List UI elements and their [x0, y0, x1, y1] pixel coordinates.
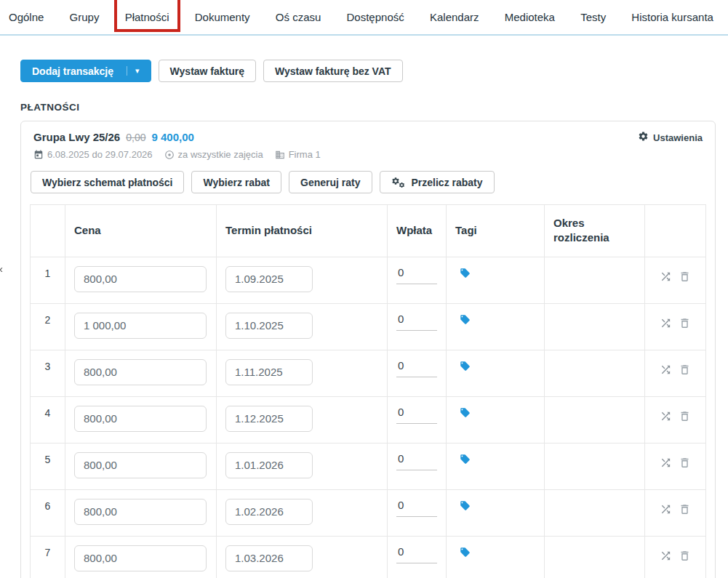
chevron-down-icon: ▾ [127, 66, 140, 76]
tag-icon[interactable] [460, 407, 471, 421]
shuffle-icon[interactable] [660, 503, 672, 515]
billing-period-cell [545, 536, 645, 578]
paid-amount-input[interactable] [396, 499, 437, 517]
paid-amount-input[interactable] [396, 452, 437, 470]
trash-icon[interactable] [679, 364, 691, 376]
price-input[interactable] [74, 545, 207, 571]
old-amount: 0,00 [126, 132, 145, 143]
trash-icon[interactable] [679, 317, 691, 329]
recalculate-discounts-button[interactable]: Przelicz rabaty [380, 171, 495, 193]
due-date-input[interactable] [225, 313, 313, 339]
price-input[interactable] [74, 452, 207, 478]
payment-row: 2 [31, 303, 706, 350]
shuffle-icon[interactable] [660, 364, 672, 376]
tab-historia-kursanta[interactable]: Historia kursanta [630, 8, 715, 26]
row-number: 7 [31, 536, 65, 578]
gears-icon [391, 177, 406, 188]
due-date-input[interactable] [225, 266, 313, 292]
col-number [31, 205, 65, 257]
paid-amount-input[interactable] [396, 266, 437, 284]
tag-icon[interactable] [460, 268, 471, 281]
row-number: 3 [31, 350, 65, 396]
tab-grupy[interactable]: Grupy [68, 8, 101, 26]
group-card-header: Grupa Lwy 25/26 0,00 9 400,00 Ustawienia [30, 131, 706, 144]
due-date-input[interactable] [225, 499, 313, 525]
due-date-input[interactable] [225, 406, 313, 432]
tab-dostepnosc[interactable]: Dostępność [345, 8, 406, 26]
due-date-input[interactable] [225, 545, 313, 571]
group-meta: 6.08.2025 do 29.07.2026 za wszystkie zaj… [30, 149, 706, 160]
row-number: 6 [31, 489, 65, 536]
building-icon [275, 150, 285, 160]
paid-amount-input[interactable] [396, 545, 437, 563]
tab-platnosci[interactable]: Płatności [124, 8, 171, 26]
col-price: Cena [65, 205, 217, 257]
trash-icon[interactable] [679, 410, 691, 422]
group-card: Grupa Lwy 25/26 0,00 9 400,00 Ustawienia… [20, 121, 716, 578]
add-transaction-button[interactable]: Dodaj transakcję ▾ [20, 60, 151, 82]
group-title: Grupa Lwy 25/26 [33, 131, 120, 143]
issue-invoice-button[interactable]: Wystaw fakturę [159, 60, 256, 82]
tab-kalendarz[interactable]: Kalendarz [428, 8, 481, 26]
col-paid: Wpłata [388, 205, 447, 257]
paid-amount-input[interactable] [396, 406, 437, 424]
generate-installments-button[interactable]: Generuj raty [289, 171, 372, 193]
toolbar: Dodaj transakcję ▾ Wystaw fakturę Wystaw… [20, 60, 716, 82]
date-range: 6.08.2025 do 29.07.2026 [33, 149, 153, 160]
shuffle-icon[interactable] [660, 270, 672, 283]
price-input[interactable] [74, 406, 207, 432]
tag-icon[interactable] [460, 314, 471, 328]
trash-icon[interactable] [679, 550, 691, 562]
price-input[interactable] [74, 359, 207, 385]
tab-os-czasu[interactable]: Oś czasu [274, 8, 323, 26]
choose-discount-button[interactable]: Wybierz rabat [191, 171, 281, 193]
tag-icon[interactable] [460, 361, 471, 374]
issue-invoice-no-vat-button[interactable]: Wystaw fakturę bez VAT [263, 60, 402, 82]
billing-period-cell [545, 489, 645, 536]
choose-payment-scheme-button[interactable]: Wybierz schemat płatności [31, 171, 184, 193]
price-input[interactable] [74, 499, 207, 525]
payment-row: 4 [31, 396, 706, 443]
gear-icon [638, 131, 649, 144]
sidebar-collapse-handle[interactable]: ‹ [0, 263, 3, 274]
billing-period-cell [545, 257, 645, 303]
row-number: 1 [31, 257, 65, 303]
trash-icon[interactable] [679, 270, 691, 283]
tab-dokumenty[interactable]: Dokumenty [193, 8, 252, 26]
trash-icon[interactable] [679, 457, 691, 469]
shuffle-icon[interactable] [660, 550, 672, 562]
tag-icon[interactable] [460, 500, 471, 514]
col-actions [645, 205, 706, 257]
payments-table: Cena Termin płatności Wpłata Tagi Okres … [30, 204, 706, 578]
section-title: PŁATNOŚCI [20, 102, 716, 113]
payment-row: 3 [31, 350, 706, 396]
tab-testy[interactable]: Testy [579, 8, 607, 26]
shuffle-icon[interactable] [660, 457, 672, 469]
shuffle-icon[interactable] [660, 317, 672, 329]
settings-button[interactable]: Ustawienia [638, 131, 703, 144]
due-date-input[interactable] [225, 359, 313, 385]
shuffle-icon[interactable] [660, 410, 672, 422]
payment-row: 1 [31, 257, 706, 303]
tab-medioteka[interactable]: Medioteka [503, 8, 556, 26]
payment-row: 5 [31, 443, 706, 489]
tab-ogolne[interactable]: Ogólne [7, 8, 45, 26]
tag-icon[interactable] [460, 454, 471, 467]
add-transaction-label: Dodaj transakcję [32, 65, 113, 77]
billing-period-cell [545, 443, 645, 489]
paid-amount-input[interactable] [396, 313, 437, 331]
paid-amount-input[interactable] [396, 359, 437, 377]
price-input[interactable] [74, 313, 207, 339]
company: Firma 1 [275, 149, 321, 160]
trash-icon[interactable] [679, 503, 691, 515]
due-date-input[interactable] [225, 452, 313, 478]
billing-period-cell [545, 396, 645, 443]
payment-row: 7 [31, 536, 706, 578]
total-amount: 9 400,00 [151, 131, 193, 143]
tag-icon[interactable] [460, 547, 471, 561]
scope-icon [164, 150, 175, 160]
scope: za wszystkie zajęcia [164, 149, 263, 160]
card-actions: Wybierz schemat płatności Wybierz rabat … [30, 171, 706, 193]
price-input[interactable] [74, 266, 207, 292]
table-header-row: Cena Termin płatności Wpłata Tagi Okres … [31, 205, 706, 257]
